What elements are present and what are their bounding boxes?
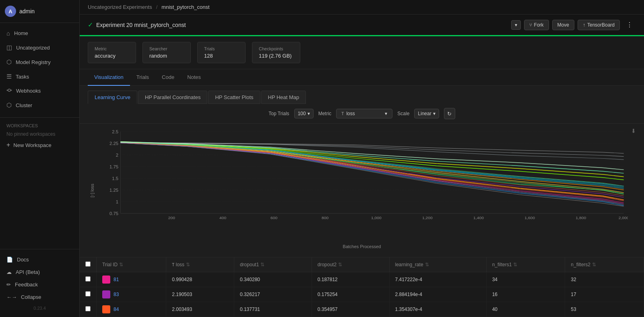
experiment-dropdown-button[interactable]: ▾: [511, 20, 521, 30]
col-learning-rate[interactable]: learning_rate⇅: [389, 257, 486, 272]
move-button[interactable]: Move: [552, 20, 574, 30]
stat-trials-label: Trials: [204, 46, 239, 51]
sidebar-item-cluster[interactable]: ⬡ Cluster: [0, 98, 79, 112]
row-checkbox[interactable]: [80, 287, 97, 302]
tensorboard-button[interactable]: ↑ TensorBoard: [578, 20, 620, 30]
table-row: 81 0.990428 0.340280 0.187812 7.417222e-…: [80, 272, 644, 287]
dropout1-cell: 0.340280: [234, 272, 312, 287]
cluster-icon: ⬡: [6, 102, 12, 109]
sub-tabs: Learning Curve HP Parallel Coordinates H…: [80, 86, 644, 104]
exp-title-row: ✓ Experiment 20 mnist_pytorch_const: [88, 21, 186, 29]
svg-text:1,800: 1,800: [576, 215, 586, 220]
avatar: A: [5, 6, 16, 17]
refresh-icon: ↻: [447, 111, 452, 117]
svg-text:1: 1: [116, 199, 118, 204]
nf1-cell: 16: [486, 287, 565, 302]
metric-select[interactable]: T loss ▾: [336, 109, 392, 118]
row-checkbox[interactable]: [80, 272, 97, 287]
sidebar-item-collapse[interactable]: ←→ Collapse: [0, 291, 79, 303]
loss-cell: 2.190503: [166, 287, 234, 302]
sub-tab-hp-parallel[interactable]: HP Parallel Coordinates: [138, 91, 208, 104]
sidebar-top: A admin: [0, 0, 79, 23]
sub-tab-learning-curve[interactable]: Learning Curve: [88, 91, 137, 104]
sidebar-item-label: Uncategorized: [16, 45, 50, 51]
trial-id-cell: 83: [97, 287, 166, 302]
trial-id-cell: 81: [97, 272, 166, 287]
trial-link[interactable]: 83: [102, 290, 160, 298]
sidebar-item-feedback[interactable]: ✏ Feedback: [0, 278, 79, 291]
stat-metric: Metric accuracy: [88, 42, 136, 63]
sidebar-item-api-beta[interactable]: ☁ API (Beta): [0, 266, 79, 278]
sidebar-item-webhooks[interactable]: Webhooks: [0, 84, 79, 98]
scale-select[interactable]: Linear ▾: [414, 109, 439, 118]
experiment-actions: ▾ ⑂ Fork Move ↑ TensorBoard ⋮: [511, 19, 636, 30]
stat-checkpoints-label: Checkpoints: [259, 46, 293, 51]
experiment-status-icon: ✓: [88, 21, 93, 29]
breadcrumb-separator: /: [156, 4, 158, 10]
dropout1-cell: 0.326217: [234, 287, 312, 302]
svg-point-0: [8, 89, 10, 91]
model-registry-icon: ⬡: [6, 58, 12, 66]
dropout1-cell: 0.137731: [234, 302, 312, 317]
new-workspace-button[interactable]: + New Workspace: [0, 139, 79, 151]
col-trial-id[interactable]: Trial ID⇅: [97, 257, 166, 272]
svg-text:2.25: 2.25: [109, 141, 118, 146]
refresh-button[interactable]: ↻: [444, 108, 455, 119]
stat-checkpoints: Checkpoints 119 (2.76 GB): [252, 42, 300, 63]
collapse-icon: ←→: [6, 294, 17, 300]
user-row: A admin: [5, 6, 74, 17]
chevron-down-icon: ▾: [433, 111, 436, 116]
download-chart-button[interactable]: ⬇: [631, 128, 636, 134]
loss-cell: 2.003493: [166, 302, 234, 317]
sub-tab-hp-heat[interactable]: HP Heat Map: [261, 91, 306, 104]
svg-text:2.5: 2.5: [112, 129, 118, 134]
select-all-checkbox[interactable]: [80, 257, 97, 272]
row-checkbox[interactable]: [80, 302, 97, 317]
tab-trials[interactable]: Trials: [130, 69, 155, 86]
more-options-button[interactable]: ⋮: [623, 19, 636, 30]
tab-notes[interactable]: Notes: [181, 69, 207, 86]
col-dropout1[interactable]: dropout1⇅: [234, 257, 312, 272]
learning-curve-chart: 2.5 2.25 2 1.75 1.5 1.25 1 0.75 200 400 …: [104, 128, 628, 233]
tab-visualization[interactable]: Visualization: [88, 69, 130, 86]
experiment-title: Experiment 20 mnist_pytorch_const: [96, 22, 186, 28]
sidebar-item-docs[interactable]: 📄 Docs: [0, 253, 79, 266]
col-loss[interactable]: T loss⇅: [166, 257, 234, 272]
sidebar: A admin ⌂ Home ◫ Uncategorized ⬡ Model R…: [0, 0, 80, 317]
nf2-cell: 53: [565, 302, 644, 317]
x-axis-label: Batches Processed: [343, 244, 381, 249]
lr-cell: 7.417222e-4: [389, 272, 486, 287]
trial-link[interactable]: 81: [102, 276, 160, 284]
sidebar-item-model-registry[interactable]: ⬡ Model Registry: [0, 55, 79, 69]
api-icon: ☁: [6, 269, 12, 275]
svg-text:600: 600: [270, 215, 278, 220]
sidebar-item-label: Tasks: [16, 74, 29, 80]
top-trials-select[interactable]: 100 ▾: [294, 109, 314, 118]
fork-button[interactable]: ⑂ Fork: [524, 20, 549, 30]
breadcrumb-parent[interactable]: Uncategorized Experiments: [88, 4, 152, 10]
col-n-filters2[interactable]: n_filters2⇅: [565, 257, 644, 272]
svg-text:400: 400: [219, 215, 227, 220]
no-pinned-text: No pinned workspaces: [0, 130, 79, 139]
top-trials-label: Top Trials: [268, 111, 289, 116]
sidebar-item-home[interactable]: ⌂ Home: [0, 26, 79, 40]
trial-link[interactable]: 84: [102, 305, 160, 313]
workspaces-label: Workspaces: [0, 121, 79, 130]
nf1-cell: 34: [486, 272, 565, 287]
sidebar-item-uncategorized[interactable]: ◫ Uncategorized: [0, 40, 79, 55]
chart-wrapper: ⬇ [↑] loss 2.5 2.25 2 1.75 1.5: [80, 124, 644, 257]
docs-icon: 📄: [6, 257, 13, 263]
table-row: 83 2.190503 0.326217 0.175254 2.884194e-…: [80, 287, 644, 302]
stat-searcher-label: Searcher: [149, 46, 184, 51]
tab-code[interactable]: Code: [155, 69, 181, 86]
table-header-row: Trial ID⇅ T loss⇅ dropout1⇅ dropout2⇅ le…: [80, 257, 644, 272]
webhooks-icon: [6, 87, 12, 94]
sidebar-item-tasks[interactable]: ☰ Tasks: [0, 69, 79, 84]
plus-icon: +: [6, 141, 10, 149]
col-dropout2[interactable]: dropout2⇅: [312, 257, 389, 272]
stats-bar: Metric accuracy Searcher random Trials 1…: [80, 36, 644, 69]
main-tabs: Visualization Trials Code Notes: [80, 69, 644, 86]
username: admin: [19, 8, 35, 15]
col-n-filters1[interactable]: n_filters1⇅: [486, 257, 565, 272]
sub-tab-hp-scatter[interactable]: HP Scatter Plots: [208, 91, 260, 104]
